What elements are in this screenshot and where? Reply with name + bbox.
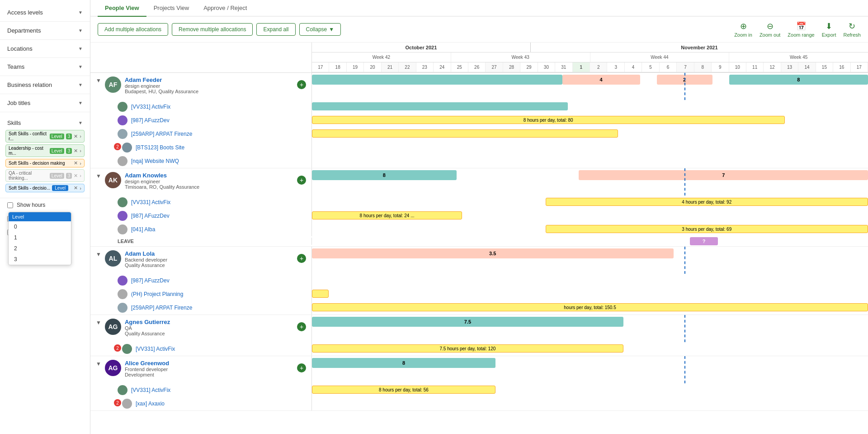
- project-bar-hours: 8 hours per day, total: 56: [312, 386, 495, 394]
- export-button[interactable]: ⬇ Export: [822, 21, 836, 38]
- project-info: [VV331] ActivFix: [90, 383, 312, 397]
- project-gantt: 8 hours per day, total: 80: [312, 114, 868, 127]
- zoom-range-button[interactable]: 📅 Zoom range: [788, 21, 814, 38]
- dropdown-option-1[interactable]: 1: [9, 232, 71, 243]
- project-name[interactable]: [VV331] ActivFix: [136, 346, 175, 352]
- bar-peach-7: 7: [579, 170, 868, 180]
- add-allocation-button[interactable]: +: [297, 322, 306, 331]
- day-cell: 17: [312, 62, 329, 72]
- expand-skill-icon[interactable]: ›: [80, 173, 81, 178]
- add-allocation-button[interactable]: +: [297, 176, 306, 185]
- project-row: 2 [VV331] ActivFix 7.5 hours per day, to…: [90, 342, 868, 356]
- project-info: [987] AFuzzDev: [90, 274, 312, 287]
- project-row: (PH) Project Planning: [90, 287, 868, 301]
- skill-tag-1[interactable]: Soft Skills - conflict r... Level 3 ✕ ›: [5, 130, 85, 143]
- sidebar-item-skills[interactable]: Skills ▼: [5, 116, 85, 130]
- project-info: [259ARP] ARPAT Firenze: [90, 301, 312, 315]
- add-allocation-button[interactable]: +: [297, 254, 306, 263]
- project-bar: [312, 102, 568, 110]
- project-name[interactable]: [041] Alba: [131, 226, 155, 233]
- project-name[interactable]: [987] AFuzzDev: [131, 117, 170, 124]
- project-name[interactable]: [987] AFuzzDev: [131, 213, 170, 219]
- collapse-button[interactable]: Collapse ▼: [299, 23, 341, 36]
- expand-skill-icon[interactable]: ›: [80, 186, 81, 191]
- expand-skill-icon[interactable]: ›: [80, 134, 81, 139]
- skills-section: Skills ▼ Soft Skills - conflict r... Lev…: [0, 112, 90, 198]
- person-name[interactable]: Alice Greenwod: [125, 360, 293, 367]
- person-name[interactable]: Adam Knowles: [125, 172, 293, 179]
- show-hours-checkbox[interactable]: [7, 202, 13, 208]
- person-details: Agnes Gutierrez QA Quality Assurance: [125, 319, 293, 336]
- person-info: ▼ AG Alice Greenwod Frontend developer D…: [90, 356, 312, 383]
- chevron-down-icon: ▼: [78, 10, 83, 15]
- sidebar-item-departments[interactable]: Departments ▼: [0, 22, 90, 40]
- project-name[interactable]: [987] AFuzzDev: [131, 277, 170, 284]
- skill-tag-3[interactable]: Soft Skills - decision making ✕ ›: [5, 159, 85, 167]
- person-name[interactable]: Adam Feeder: [125, 76, 293, 83]
- chevron-down-icon: ▼: [78, 82, 83, 87]
- zoom-out-button[interactable]: ⊖ Zoom out: [760, 21, 780, 38]
- sidebar-item-access-levels[interactable]: Access levels ▼: [0, 4, 90, 22]
- gantt-wrapper[interactable]: October 2021 November 2021 Week 42 Week …: [90, 43, 868, 434]
- project-name[interactable]: [xax] Axaxio: [136, 401, 165, 407]
- level-badge: Level: [52, 185, 68, 191]
- project-name[interactable]: [VV331] ActivFix: [131, 104, 170, 110]
- project-name[interactable]: [VV331] ActivFix: [131, 387, 170, 393]
- project-name[interactable]: [259ARP] ARPAT Firenze: [131, 131, 192, 137]
- remove-skill-icon[interactable]: ✕: [74, 185, 78, 191]
- person-main-row: ▼ AK Adam Knowles design engineer Timiso…: [90, 168, 868, 196]
- person-info: ▼ AK Adam Knowles design engineer Timiso…: [90, 168, 312, 196]
- month-row: October 2021 November 2021: [312, 43, 868, 52]
- project-info: [VV331] ActivFix: [90, 196, 312, 209]
- expand-skill-icon[interactable]: ›: [80, 148, 81, 153]
- expand-all-button[interactable]: Expand all: [256, 23, 295, 36]
- project-name[interactable]: (PH) Project Planning: [131, 291, 183, 297]
- sidebar-item-teams[interactable]: Teams ▼: [0, 58, 90, 76]
- sidebar-item-locations[interactable]: Locations ▼: [0, 40, 90, 58]
- skill-tag-2[interactable]: Leadership - cost m... Level 3 ✕ ›: [5, 144, 85, 157]
- zoom-in-button[interactable]: ⊕ Zoom in: [734, 21, 752, 38]
- project-gantt: [312, 288, 868, 300]
- project-gantt: [312, 141, 868, 154]
- project-name[interactable]: [VV331] ActivFix: [131, 199, 170, 205]
- tab-projects-view[interactable]: Projects View: [146, 0, 197, 17]
- expand-button[interactable]: ▼: [96, 173, 101, 179]
- day-cell: 5: [642, 62, 659, 72]
- remove-skill-icon[interactable]: ✕: [74, 173, 78, 179]
- remove-multiple-button[interactable]: Remove multiple allocations: [172, 23, 253, 36]
- dropdown-option-0[interactable]: 0: [9, 221, 71, 232]
- skill-level-dropdown[interactable]: Level 0 1 2 3: [8, 212, 71, 265]
- add-allocation-button[interactable]: +: [297, 80, 306, 89]
- expand-button[interactable]: ▼: [96, 77, 101, 84]
- project-name[interactable]: [BTS123] Boots Site: [136, 144, 184, 151]
- expand-button[interactable]: ▼: [96, 361, 101, 367]
- skill-tag-5[interactable]: Soft Skills - decisio... Level ✕ ›: [5, 184, 85, 192]
- dropdown-option-3[interactable]: 3: [9, 254, 71, 265]
- remove-skill-icon[interactable]: ✕: [74, 134, 78, 139]
- sidebar-item-job-titles[interactable]: Job titles ▼: [0, 94, 90, 112]
- refresh-button[interactable]: ↻ Refresh: [843, 21, 861, 38]
- project-row: [VV331] ActivFix: [90, 100, 868, 114]
- dropdown-option-2[interactable]: 2: [9, 243, 71, 254]
- expand-button[interactable]: ▼: [96, 320, 101, 326]
- tab-people-view[interactable]: People View: [98, 0, 146, 17]
- person-name[interactable]: Adam Lola: [125, 250, 293, 257]
- expand-button[interactable]: ▼: [96, 251, 101, 258]
- level-badge: Level: [50, 134, 64, 139]
- avatar: AG: [105, 360, 121, 376]
- remove-skill-icon[interactable]: ✕: [74, 148, 78, 154]
- skill-tag-4[interactable]: QA - critical thinking... Level 3 ✕ ›: [5, 169, 85, 182]
- zoom-range-label: Zoom range: [788, 32, 814, 38]
- person-name[interactable]: Agnes Gutierrez: [125, 319, 293, 325]
- expand-skill-icon[interactable]: ›: [80, 161, 81, 166]
- remove-skill-icon[interactable]: ✕: [74, 160, 78, 166]
- project-name[interactable]: [nqa] Website NWQ: [131, 158, 179, 164]
- project-name[interactable]: [259ARP] ARPAT Firenze: [131, 305, 192, 311]
- week-45: Week 45: [729, 52, 868, 62]
- tab-approve-reject[interactable]: Approve / Reject: [196, 0, 254, 17]
- add-multiple-button[interactable]: Add multiple allocations: [98, 23, 168, 36]
- refresh-label: Refresh: [843, 32, 861, 38]
- sidebar-item-business-relation[interactable]: Business relation ▼: [0, 76, 90, 94]
- add-allocation-button[interactable]: +: [297, 363, 306, 372]
- gantt-header: October 2021 November 2021 Week 42 Week …: [90, 43, 868, 73]
